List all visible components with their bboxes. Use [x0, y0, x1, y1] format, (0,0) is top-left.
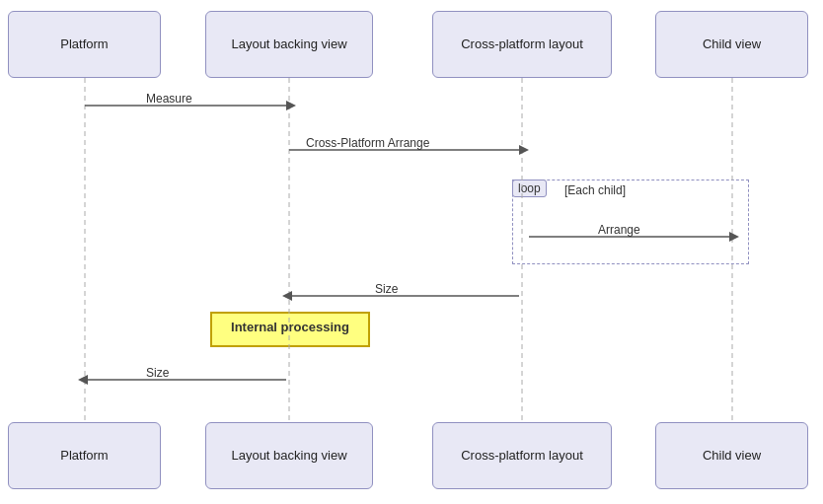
svg-marker-5: [286, 101, 296, 110]
sequence-diagram: Platform Layout backing view Cross-platf…: [0, 0, 823, 504]
cross-platform-box-top: Cross-platform layout: [432, 11, 612, 78]
cross-platform-box-bottom: Cross-platform layout: [432, 422, 612, 489]
measure-label: Measure: [146, 92, 192, 106]
platform-box-bottom: Platform: [8, 422, 161, 489]
loop-box: [512, 180, 749, 264]
layout-backing-box-bottom: Layout backing view: [205, 422, 373, 489]
svg-marker-7: [519, 145, 529, 155]
arrange-label: Arrange: [598, 223, 640, 237]
platform-box-top: Platform: [8, 11, 161, 78]
layout-backing-box-top: Layout backing view: [205, 11, 373, 78]
child-view-box-top: Child view: [655, 11, 808, 78]
loop-label: loop: [512, 180, 547, 197]
cross-platform-arrange-label: Cross-Platform Arrange: [306, 136, 429, 150]
loop-condition: [Each child]: [564, 183, 626, 197]
svg-marker-11: [282, 291, 292, 301]
size1-label: Size: [375, 282, 398, 296]
internal-processing-box: Internal processing: [210, 312, 370, 347]
child-view-box-bottom: Child view: [655, 422, 808, 489]
svg-marker-13: [78, 375, 88, 385]
size2-label: Size: [146, 366, 169, 380]
